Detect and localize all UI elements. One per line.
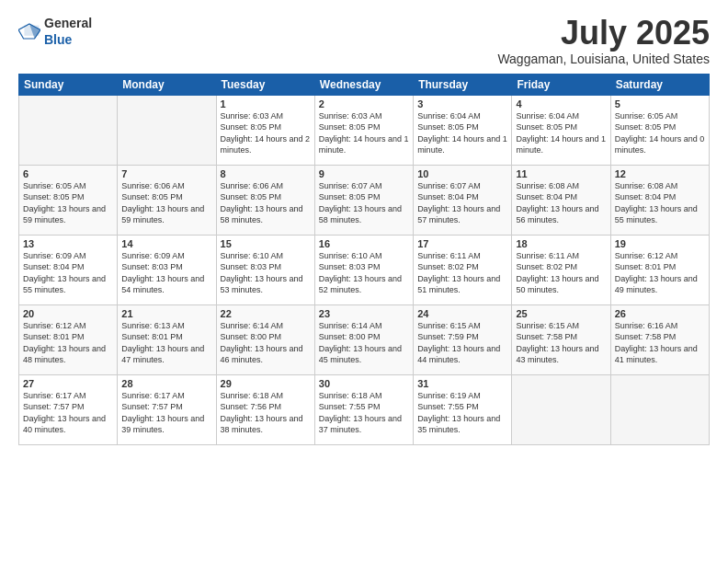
calendar-cell: 15Sunrise: 6:10 AMSunset: 8:03 PMDayligh…: [216, 235, 314, 304]
day-number: 19: [615, 238, 705, 249]
day-info: Sunrise: 6:18 AMSunset: 7:56 PMDaylight:…: [221, 390, 311, 436]
day-number: 28: [121, 378, 211, 389]
calendar-week-1: 1Sunrise: 6:03 AMSunset: 8:05 PMDaylight…: [19, 95, 710, 165]
day-info: Sunrise: 6:03 AMSunset: 8:05 PMDaylight:…: [221, 110, 311, 156]
day-info: Sunrise: 6:04 AMSunset: 8:05 PMDaylight:…: [516, 110, 606, 156]
day-info: Sunrise: 6:09 AMSunset: 8:03 PMDaylight:…: [121, 250, 211, 296]
calendar-table: Sunday Monday Tuesday Wednesday Thursday…: [18, 74, 710, 445]
location: Waggaman, Louisiana, United States: [497, 52, 710, 66]
day-info: Sunrise: 6:13 AMSunset: 8:01 PMDaylight:…: [121, 320, 211, 366]
calendar-cell: 11Sunrise: 6:08 AMSunset: 8:04 PMDayligh…: [512, 165, 610, 235]
header-sunday: Sunday: [19, 74, 118, 95]
day-number: 31: [417, 378, 507, 389]
day-number: 20: [23, 308, 113, 319]
day-number: 27: [23, 378, 113, 389]
title-block: July 2025 Waggaman, Louisiana, United St…: [497, 15, 710, 66]
day-info: Sunrise: 6:05 AMSunset: 8:05 PMDaylight:…: [615, 110, 705, 156]
day-info: Sunrise: 6:11 AMSunset: 8:02 PMDaylight:…: [417, 250, 507, 296]
day-info: Sunrise: 6:15 AMSunset: 7:59 PMDaylight:…: [417, 320, 507, 366]
calendar-cell: 1Sunrise: 6:03 AMSunset: 8:05 PMDaylight…: [216, 95, 314, 165]
calendar-cell: 13Sunrise: 6:09 AMSunset: 8:04 PMDayligh…: [19, 235, 118, 304]
calendar-cell: 28Sunrise: 6:17 AMSunset: 7:57 PMDayligh…: [118, 374, 216, 444]
header-friday: Friday: [512, 74, 610, 95]
calendar-cell: 17Sunrise: 6:11 AMSunset: 8:02 PMDayligh…: [414, 235, 512, 304]
day-info: Sunrise: 6:17 AMSunset: 7:57 PMDaylight:…: [121, 390, 211, 436]
header-monday: Monday: [118, 74, 216, 95]
calendar-cell: 10Sunrise: 6:07 AMSunset: 8:04 PMDayligh…: [414, 165, 512, 235]
logo-icon: [18, 22, 40, 40]
day-info: Sunrise: 6:12 AMSunset: 8:01 PMDaylight:…: [23, 320, 113, 366]
day-number: 17: [417, 238, 507, 249]
calendar-cell: 8Sunrise: 6:06 AMSunset: 8:05 PMDaylight…: [216, 165, 314, 235]
day-info: Sunrise: 6:17 AMSunset: 7:57 PMDaylight:…: [23, 390, 113, 436]
day-number: 8: [221, 168, 311, 179]
calendar-cell: 12Sunrise: 6:08 AMSunset: 8:04 PMDayligh…: [610, 165, 709, 235]
calendar-cell: [118, 95, 216, 165]
calendar-cell: 7Sunrise: 6:06 AMSunset: 8:05 PMDaylight…: [118, 165, 216, 235]
day-number: 10: [417, 168, 507, 179]
day-info: Sunrise: 6:08 AMSunset: 8:04 PMDaylight:…: [615, 180, 705, 226]
header-thursday: Thursday: [414, 74, 512, 95]
day-info: Sunrise: 6:03 AMSunset: 8:05 PMDaylight:…: [319, 110, 409, 156]
calendar-cell: 21Sunrise: 6:13 AMSunset: 8:01 PMDayligh…: [118, 304, 216, 374]
day-number: 24: [417, 308, 507, 319]
calendar-cell: 23Sunrise: 6:14 AMSunset: 8:00 PMDayligh…: [314, 304, 413, 374]
calendar-cell: 25Sunrise: 6:15 AMSunset: 7:58 PMDayligh…: [512, 304, 610, 374]
calendar-cell: 22Sunrise: 6:14 AMSunset: 8:00 PMDayligh…: [216, 304, 314, 374]
day-number: 18: [516, 238, 606, 249]
day-number: 23: [319, 308, 409, 319]
day-number: 22: [221, 308, 311, 319]
calendar-cell: 4Sunrise: 6:04 AMSunset: 8:05 PMDaylight…: [512, 95, 610, 165]
day-info: Sunrise: 6:15 AMSunset: 7:58 PMDaylight:…: [516, 320, 606, 366]
header: General Blue July 2025 Waggaman, Louisia…: [18, 15, 710, 66]
day-info: Sunrise: 6:11 AMSunset: 8:02 PMDaylight:…: [516, 250, 606, 296]
page: General Blue July 2025 Waggaman, Louisia…: [0, 0, 728, 563]
day-number: 11: [516, 168, 606, 179]
day-number: 30: [319, 378, 409, 389]
day-info: Sunrise: 6:09 AMSunset: 8:04 PMDaylight:…: [23, 250, 113, 296]
calendar-cell: 26Sunrise: 6:16 AMSunset: 7:58 PMDayligh…: [610, 304, 709, 374]
day-number: 7: [121, 168, 211, 179]
calendar-cell: 18Sunrise: 6:11 AMSunset: 8:02 PMDayligh…: [512, 235, 610, 304]
day-info: Sunrise: 6:14 AMSunset: 8:00 PMDaylight:…: [221, 320, 311, 366]
month-year: July 2025: [497, 15, 710, 52]
calendar-cell: 20Sunrise: 6:12 AMSunset: 8:01 PMDayligh…: [19, 304, 118, 374]
logo-general: General: [44, 16, 92, 30]
day-number: 2: [319, 98, 409, 109]
day-info: Sunrise: 6:04 AMSunset: 8:05 PMDaylight:…: [417, 110, 507, 156]
calendar-cell: 24Sunrise: 6:15 AMSunset: 7:59 PMDayligh…: [414, 304, 512, 374]
calendar-cell: [512, 374, 610, 444]
day-info: Sunrise: 6:06 AMSunset: 8:05 PMDaylight:…: [221, 180, 311, 226]
day-number: 15: [221, 238, 311, 249]
calendar-cell: 29Sunrise: 6:18 AMSunset: 7:56 PMDayligh…: [216, 374, 314, 444]
calendar-cell: 2Sunrise: 6:03 AMSunset: 8:05 PMDaylight…: [314, 95, 413, 165]
day-number: 5: [615, 98, 705, 109]
header-tuesday: Tuesday: [216, 74, 314, 95]
day-info: Sunrise: 6:10 AMSunset: 8:03 PMDaylight:…: [221, 250, 311, 296]
header-wednesday: Wednesday: [314, 74, 413, 95]
calendar-cell: 14Sunrise: 6:09 AMSunset: 8:03 PMDayligh…: [118, 235, 216, 304]
day-number: 25: [516, 308, 606, 319]
calendar-cell: 30Sunrise: 6:18 AMSunset: 7:55 PMDayligh…: [314, 374, 413, 444]
calendar-cell: 31Sunrise: 6:19 AMSunset: 7:55 PMDayligh…: [414, 374, 512, 444]
calendar-cell: 5Sunrise: 6:05 AMSunset: 8:05 PMDaylight…: [610, 95, 709, 165]
day-info: Sunrise: 6:06 AMSunset: 8:05 PMDaylight:…: [121, 180, 211, 226]
day-number: 26: [615, 308, 705, 319]
calendar-week-4: 20Sunrise: 6:12 AMSunset: 8:01 PMDayligh…: [19, 304, 710, 374]
day-number: 3: [417, 98, 507, 109]
day-info: Sunrise: 6:07 AMSunset: 8:04 PMDaylight:…: [417, 180, 507, 226]
day-number: 6: [23, 168, 113, 179]
day-info: Sunrise: 6:07 AMSunset: 8:05 PMDaylight:…: [319, 180, 409, 226]
day-number: 21: [121, 308, 211, 319]
header-saturday: Saturday: [610, 74, 709, 95]
day-number: 4: [516, 98, 606, 109]
calendar-week-5: 27Sunrise: 6:17 AMSunset: 7:57 PMDayligh…: [19, 374, 710, 444]
day-number: 12: [615, 168, 705, 179]
logo-text: General Blue: [44, 15, 92, 48]
calendar-cell: 16Sunrise: 6:10 AMSunset: 8:03 PMDayligh…: [314, 235, 413, 304]
calendar-cell: 6Sunrise: 6:05 AMSunset: 8:05 PMDaylight…: [19, 165, 118, 235]
day-number: 13: [23, 238, 113, 249]
calendar-header-row: Sunday Monday Tuesday Wednesday Thursday…: [19, 74, 710, 95]
calendar-cell: [610, 374, 709, 444]
calendar-cell: 19Sunrise: 6:12 AMSunset: 8:01 PMDayligh…: [610, 235, 709, 304]
